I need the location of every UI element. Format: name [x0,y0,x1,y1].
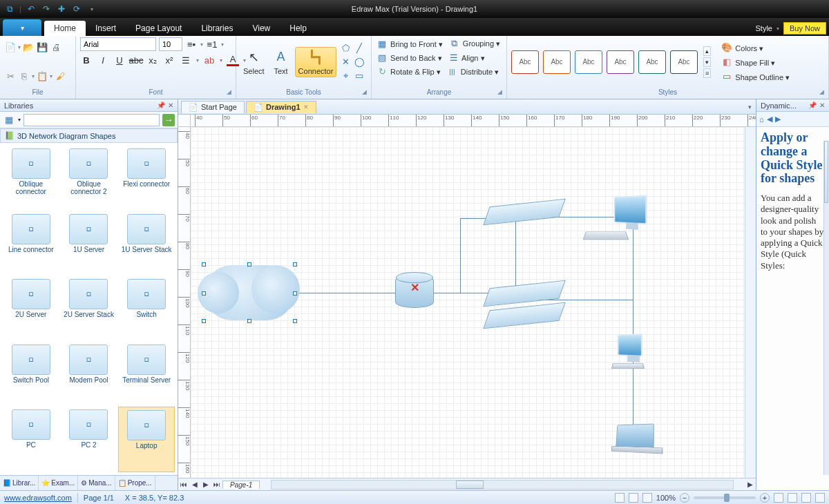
canvas-vscrollbar[interactable] [745,127,756,478]
open-icon[interactable]: 📂 [22,41,35,53]
shape-tool-icon[interactable]: ⬠ [339,42,352,55]
grouping-button[interactable]: ⧉ Grouping ▾ [448,37,500,50]
cloud-shape[interactable] [204,265,294,320]
last-page-icon[interactable]: ⏭ [211,481,222,488]
pane-tab-manage[interactable]: ⚙Mana... [78,476,115,490]
style-swatch[interactable]: Abc [638,50,666,74]
zoom-slider[interactable] [694,496,756,499]
gallery-down-icon[interactable]: ▾ [703,57,711,67]
style-swatch[interactable]: Abc [607,50,634,74]
pc-shape[interactable] [616,334,642,356]
add-icon[interactable]: ✚ [56,3,67,14]
rotate-flip-button[interactable]: ↻ Rotate & Flip ▾ [376,65,441,77]
grid-icon[interactable] [815,493,825,503]
bold-button[interactable]: B [80,54,93,66]
rect-tool-icon[interactable]: ▭ [353,70,365,82]
line-spacing-icon[interactable]: ☰ [180,54,192,66]
zoom-in-icon[interactable]: + [760,493,770,503]
vertical-ruler[interactable]: 405060708090100110120130140150160 [178,127,191,478]
bring-to-front-button[interactable]: ▦ Bring to Front ▾ [376,37,443,50]
ellipse-tool-icon[interactable]: ◯ [353,56,365,68]
pane-tab-properties[interactable]: 📋Prope... [115,476,155,490]
shape-library-item[interactable]: ▫Flexi connector [118,146,175,210]
tab-libraries[interactable]: Libraries [191,21,242,36]
redo-icon[interactable]: ↷ [41,3,52,14]
pan-icon[interactable] [801,493,811,503]
print-icon[interactable]: 🖨 [50,41,62,53]
cut-icon[interactable]: ✂ [4,70,17,83]
laptop-shape[interactable] [615,424,654,449]
buy-now-button[interactable]: Buy Now [783,22,826,35]
font-name-combo[interactable] [80,37,156,51]
shape-outline-button[interactable]: ▭ Shape Outline ▾ [721,70,790,83]
category-header[interactable]: 📗 3D Network Diagram Shapes [0,128,178,143]
search-go-icon[interactable]: → [162,114,175,126]
tab-help[interactable]: Help [280,21,316,36]
shape-library-item[interactable]: ▫Oblique connector [3,146,59,210]
close-icon[interactable]: ✕ [303,104,309,110]
tab-insert[interactable]: Insert [86,21,126,36]
crop-tool-icon[interactable]: ✕ [339,56,352,68]
shape-library-item[interactable]: ▫Oblique connector 2 [61,146,117,210]
scroll-right-icon[interactable]: ▶ [745,481,756,488]
text-tool[interactable]: AText [270,48,292,77]
fit-page-icon[interactable] [774,493,783,503]
highlight-icon[interactable]: ab [203,54,216,66]
tab-home[interactable]: Home [44,21,86,36]
panel-pin-icon[interactable]: 📌 [808,101,817,109]
forward-icon[interactable]: ▶ [775,115,781,124]
fit-width-icon[interactable] [788,493,797,503]
zoom-value[interactable]: 100% [656,494,676,502]
panel-close-icon[interactable]: ✕ [819,101,825,109]
strike-button[interactable]: abc [130,54,142,66]
styles-dialog-launcher[interactable]: ◢ [819,88,824,95]
page-tab[interactable]: Page-1 [222,481,260,489]
home-icon[interactable]: ⌂ [759,115,764,124]
library-picker-icon[interactable]: ▦ [3,114,15,126]
font-dialog-launcher[interactable]: ◢ [227,88,231,95]
align-button[interactable]: ☰ Align ▾ [448,51,485,64]
panel-pin-icon[interactable]: 📌 [157,101,165,109]
horizontal-ruler[interactable]: 4050607080901001101201301401501601701801… [191,115,756,127]
tools-dialog-launcher[interactable]: ◢ [362,88,367,95]
copy-icon[interactable]: ⎘ [18,70,30,83]
format-painter-icon[interactable]: 🖌 [54,70,66,83]
shape-library-item[interactable]: ▫2U Server Stack [61,276,117,340]
first-page-icon[interactable]: ⏮ [178,481,189,488]
tab-view[interactable]: View [242,21,280,36]
drawing-canvas[interactable]: ✕ [191,127,745,478]
subscript-button[interactable]: x₂ [146,54,159,66]
shape-library-item[interactable]: ▫2U Server [3,276,59,340]
doc-tab-drawing1[interactable]: 📄Drawing1✕ [246,101,316,113]
gallery-more-icon[interactable]: ≡ [703,68,711,78]
shape-library-item[interactable]: ▫Switch Pool [3,342,59,406]
vendor-link[interactable]: www.edrawsoft.com [4,494,72,502]
server-stack-shape[interactable] [486,284,562,324]
shapes-scrollbar[interactable] [823,141,829,475]
pane-tab-examples[interactable]: ⭐Exam... [39,476,78,490]
bullets-icon[interactable]: ≡▪ [185,38,198,50]
shape-library-item[interactable]: ▫PC 2 [61,407,117,472]
shape-fill-button[interactable]: ◧ Shape Fill ▾ [721,56,790,68]
select-tool[interactable]: ↖Select [240,48,267,77]
line-tool-icon[interactable]: ╱ [353,42,365,55]
style-swatch[interactable]: Abc [511,50,539,74]
colors-button[interactable]: 🎨 Colors ▾ [721,41,790,54]
shape-library-item[interactable]: ▫1U Server [61,211,117,275]
doc-tabs-menu-icon[interactable]: ▾ [748,104,756,110]
next-page-icon[interactable]: ▶ [200,481,211,488]
view-outline-icon[interactable] [629,493,638,503]
quick-styles-gallery[interactable]: Abc Abc Abc Abc Abc Abc [511,50,698,74]
numbering-icon[interactable]: ≡1 [206,38,218,50]
style-swatch[interactable]: Abc [543,50,571,74]
distribute-button[interactable]: ⫼ Distribute ▾ [446,65,499,77]
qat-more-icon[interactable]: ▾ [86,3,97,14]
doc-tab-start[interactable]: 📄Start Page [181,101,245,113]
server-shape[interactable] [486,203,562,221]
gallery-up-icon[interactable]: ▴ [703,46,711,56]
superscript-button[interactable]: x² [163,54,175,66]
pc-shape[interactable] [612,196,647,224]
view-normal-icon[interactable] [615,493,625,503]
undo-icon[interactable]: ↶ [26,3,37,14]
zoom-out-icon[interactable]: − [680,493,689,503]
